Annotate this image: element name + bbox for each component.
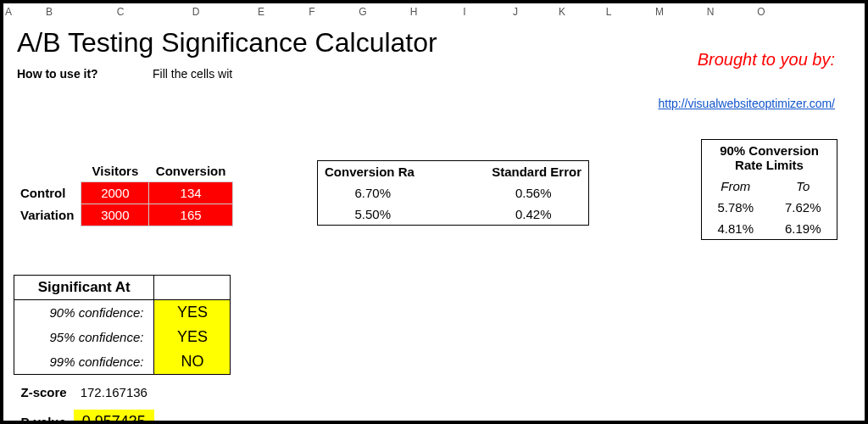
control-conversions-input[interactable]: 134 <box>149 182 233 204</box>
col-i[interactable]: I <box>439 3 490 20</box>
input-table: Visitors Conversion Control 2000 134 Var… <box>14 160 233 226</box>
conversion-rate-header: Conversion Ra <box>318 161 428 183</box>
limits-table: 90% Conversion Rate Limits From To 5.78%… <box>701 139 837 240</box>
control-label: Control <box>14 182 81 204</box>
howto-text: Fill the cells wit <box>153 67 232 81</box>
control-stderr: 0.56% <box>479 182 589 204</box>
limits-title: 90% Conversion Rate Limits <box>702 140 837 176</box>
col-h[interactable]: H <box>388 3 439 20</box>
control-rate: 6.70% <box>318 182 428 204</box>
standard-error-header: Standard Error <box>479 161 589 183</box>
col-e[interactable]: E <box>236 3 287 20</box>
col-m[interactable]: M <box>634 3 685 20</box>
col-j[interactable]: J <box>490 3 541 20</box>
col-k[interactable]: K <box>541 3 583 20</box>
conf95-label: 95% confidence: <box>14 325 154 349</box>
col-f[interactable]: F <box>287 3 337 20</box>
control-visitors-input[interactable]: 2000 <box>81 182 149 204</box>
visitors-header: Visitors <box>81 160 149 182</box>
col-o[interactable]: O <box>736 3 787 20</box>
variation-limit-to: 6.19% <box>770 218 837 240</box>
conf95-result: YES <box>154 325 231 349</box>
variation-conversions-input[interactable]: 165 <box>149 204 233 226</box>
variation-limit-from: 4.81% <box>702 218 770 240</box>
significance-table: Significant At 90% confidence:YES 95% co… <box>14 275 231 424</box>
variation-visitors-input[interactable]: 3000 <box>81 204 149 226</box>
col-n[interactable]: N <box>685 3 736 20</box>
column-headers: A B C D E F G H I J K L M N O <box>3 3 865 20</box>
col-d[interactable]: D <box>156 3 236 20</box>
conversion-table: Conversion Ra Standard Error 6.70% 0.56%… <box>317 160 589 226</box>
limits-to-header: To <box>770 176 837 197</box>
col-l[interactable]: L <box>583 3 634 20</box>
conf90-label: 90% confidence: <box>14 300 154 326</box>
conversions-header: Conversion <box>149 160 233 182</box>
control-limit-to: 7.62% <box>770 197 837 218</box>
col-b[interactable]: B <box>14 3 85 20</box>
howto-label: How to use it? <box>17 67 153 81</box>
col-a[interactable]: A <box>3 3 14 20</box>
conf99-label: 99% confidence: <box>14 349 154 375</box>
conf90-result: YES <box>154 300 231 326</box>
zscore-label: Z-score <box>14 382 74 403</box>
variation-stderr: 0.42% <box>479 204 589 226</box>
limits-from-header: From <box>702 176 770 197</box>
control-limit-from: 5.78% <box>702 197 770 218</box>
conf99-result: NO <box>154 349 231 375</box>
vwo-link[interactable]: http://visualwebsiteoptimizer.com/ <box>658 97 835 110</box>
col-g[interactable]: G <box>337 3 388 20</box>
significant-at-title: Significant At <box>14 276 154 300</box>
pvalue-value: 0.957435 <box>74 410 154 424</box>
brought-by-text: Brought to you by: <box>698 50 835 70</box>
pvalue-label: P-value <box>14 410 74 424</box>
variation-label: Variation <box>14 204 81 226</box>
col-c[interactable]: C <box>85 3 156 20</box>
variation-rate: 5.50% <box>318 204 428 226</box>
zscore-value: 172.167136 <box>74 382 154 403</box>
